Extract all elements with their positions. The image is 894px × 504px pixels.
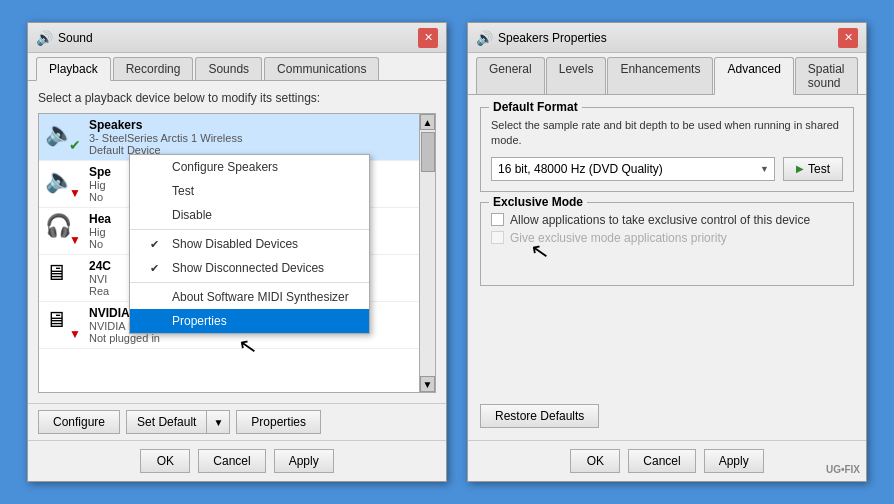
separator-2 [130, 282, 369, 283]
sound-ok-buttons: OK Cancel Apply [28, 440, 446, 481]
device2-icon-wrap: 🔈 ▼ [45, 166, 81, 202]
scroll-up-arrow[interactable]: ▲ [420, 114, 435, 130]
restore-defaults-button[interactable]: Restore Defaults [480, 404, 599, 428]
properties-button[interactable]: Properties [236, 410, 321, 434]
context-properties[interactable]: Properties [130, 309, 369, 333]
instruction-text: Select a playback device below to modify… [38, 91, 436, 105]
show-disconnected-check: ✔ [150, 262, 164, 275]
sound-dialog-icon: 🔊 [36, 30, 52, 46]
sound-title-bar: 🔊 Sound ✕ [28, 23, 446, 53]
exclusive-mode-label: Exclusive Mode [489, 195, 587, 209]
speakers-info: Speakers 3- SteelSeries Arctis 1 Wireles… [89, 118, 429, 156]
exclusive-checkbox-2[interactable] [491, 231, 504, 244]
context-show-disconnected[interactable]: ✔ Show Disconnected Devices [130, 256, 369, 280]
sound-apply-button[interactable]: Apply [274, 449, 334, 473]
speakers-sub1: 3- SteelSeries Arctis 1 Wireless [89, 132, 429, 144]
nvidia-icon-wrap: 🖥 ▼ [45, 307, 81, 343]
sound-left-buttons: Configure Set Default ▼ Properties [38, 410, 321, 434]
speakers-properties-dialog: 🔊 Speakers Properties ✕ General Levels E… [467, 22, 867, 482]
headphones-icon-wrap: 🎧 ▼ [45, 213, 81, 249]
exclusive-checkbox-row-2: Give exclusive mode applications priorit… [491, 231, 843, 245]
sound-dialog-title: Sound [58, 31, 93, 45]
exclusive-checkbox-2-label: Give exclusive mode applications priorit… [510, 231, 727, 245]
tab-sounds[interactable]: Sounds [195, 57, 262, 80]
exclusive-checkbox-1[interactable] [491, 213, 504, 226]
device2-status: ▼ [69, 186, 81, 200]
sound-close-button[interactable]: ✕ [418, 28, 438, 48]
sound-dialog: 🔊 Sound ✕ Playback Recording Sounds Comm… [27, 22, 447, 482]
set-default-dropdown[interactable]: ▼ [206, 410, 230, 434]
watermark: UG•FIX [826, 464, 860, 475]
speakers-ok-button[interactable]: OK [570, 449, 620, 473]
format-row: 16 bit, 48000 Hz (DVD Quality) ▶ Test [491, 157, 843, 181]
speakers-dialog-title: Speakers Properties [498, 31, 607, 45]
test-button[interactable]: ▶ Test [783, 157, 843, 181]
sound-ok-button[interactable]: OK [140, 449, 190, 473]
speakers-title-left: 🔊 Speakers Properties [476, 30, 607, 46]
monitor-icon-wrap: 🖥 [45, 260, 81, 296]
monitor-icon: 🖥 [45, 260, 67, 285]
tab-general[interactable]: General [476, 57, 545, 94]
speakers-title-bar: 🔊 Speakers Properties ✕ [468, 23, 866, 53]
speakers-tabs-bar: General Levels Enhancements Advanced Spa… [468, 53, 866, 95]
context-show-disabled[interactable]: ✔ Show Disabled Devices [130, 232, 369, 256]
device-list-scrollbar[interactable]: ▲ ▼ [419, 114, 435, 392]
sound-cancel-button[interactable]: Cancel [198, 449, 265, 473]
sound-dialog-content: Select a playback device below to modify… [28, 81, 446, 403]
headphones-status: ▼ [69, 233, 81, 247]
tab-spatial[interactable]: Spatial sound [795, 57, 858, 94]
headphones-icon: 🎧 [45, 213, 72, 238]
sound-bottom-bar: Configure Set Default ▼ Properties [28, 403, 446, 440]
speakers-dialog-icon: 🔊 [476, 30, 492, 46]
speakers-icon-wrap: 🔈 ✔ [45, 119, 81, 155]
tab-levels[interactable]: Levels [546, 57, 607, 94]
exclusive-mode-section: Exclusive Mode Allow applications to tak… [480, 202, 854, 286]
title-bar-left: 🔊 Sound [36, 30, 93, 46]
context-about-midi[interactable]: About Software MIDI Synthesizer [130, 285, 369, 309]
speakers-status-check: ✔ [69, 137, 81, 153]
test-label: Test [808, 162, 830, 176]
tab-playback[interactable]: Playback [36, 57, 111, 81]
configure-button[interactable]: Configure [38, 410, 120, 434]
context-test[interactable]: Test [130, 179, 369, 203]
context-menu: Configure Speakers Test Disable ✔ Show D… [129, 154, 370, 334]
restore-btn-row: Restore Defaults [480, 404, 854, 428]
tab-communications[interactable]: Communications [264, 57, 379, 80]
speakers-content: Default Format Select the sample rate an… [468, 95, 866, 440]
scroll-thumb[interactable] [421, 132, 435, 172]
nvidia-icon: 🖥 [45, 307, 67, 332]
scroll-down-arrow[interactable]: ▼ [420, 376, 435, 392]
default-format-desc: Select the sample rate and bit depth to … [491, 118, 843, 149]
context-disable[interactable]: Disable [130, 203, 369, 227]
speakers-cancel-button[interactable]: Cancel [628, 449, 695, 473]
exclusive-checkbox-row-1: Allow applications to take exclusive con… [491, 213, 843, 227]
format-select[interactable]: 16 bit, 48000 Hz (DVD Quality) [491, 157, 775, 181]
set-default-button[interactable]: Set Default [126, 410, 206, 434]
tab-enhancements[interactable]: Enhancements [607, 57, 713, 94]
default-format-label: Default Format [489, 100, 582, 114]
show-disabled-check: ✔ [150, 238, 164, 251]
default-format-section: Default Format Select the sample rate an… [480, 107, 854, 192]
tab-recording[interactable]: Recording [113, 57, 194, 80]
speakers-close-button[interactable]: ✕ [838, 28, 858, 48]
set-default-wrap: Set Default ▼ [126, 410, 230, 434]
nvidia-status: ▼ [69, 327, 81, 341]
speakers-name: Speakers [89, 118, 429, 132]
play-icon: ▶ [796, 163, 804, 174]
context-configure-speakers[interactable]: Configure Speakers [130, 155, 369, 179]
separator-1 [130, 229, 369, 230]
sound-tabs-bar: Playback Recording Sounds Communications [28, 53, 446, 81]
format-select-wrap: 16 bit, 48000 Hz (DVD Quality) [491, 157, 775, 181]
exclusive-checkbox-1-label: Allow applications to take exclusive con… [510, 213, 810, 227]
speakers-ok-buttons: OK Cancel Apply [468, 440, 866, 481]
device-list: 🔈 ✔ Speakers 3- SteelSeries Arctis 1 Wir… [38, 113, 436, 393]
tab-advanced[interactable]: Advanced [714, 57, 793, 95]
speakers-apply-button[interactable]: Apply [704, 449, 764, 473]
